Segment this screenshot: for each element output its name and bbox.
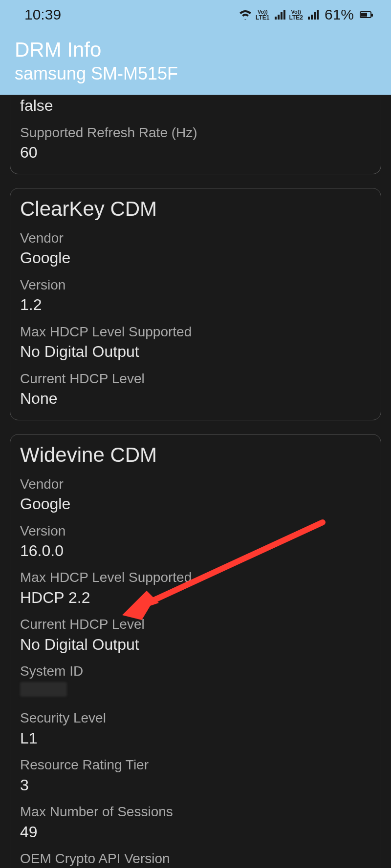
battery-icon [360,11,371,18]
label-vendor: Vendor [20,475,371,493]
list-item: Max Number of Sessions 49 [20,803,371,842]
list-item: Supported Refresh Rate (Hz) 60 [20,124,371,163]
label-max-hdcp: Max HDCP Level Supported [20,323,371,341]
value-refresh-rate: 60 [20,143,371,163]
value-security-level: L1 [20,728,371,749]
list-item: Vendor Google [20,229,371,269]
value-version: 1.2 [20,295,371,315]
volte1-icon: Vo)) LTE1 [256,9,269,21]
label-resource-rating-tier: Resource Rating Tier [20,756,371,774]
value-system-id-redacted [20,682,371,702]
list-item: Max HDCP Level Supported HDCP 2.2 [20,569,371,608]
status-indicators: Vo)) LTE1 Vo)) LTE2 61% [239,6,371,23]
scroll-content[interactable]: false Supported Refresh Rate (Hz) 60 Cle… [0,96,391,868]
list-item: OEM Crypto API Version 15 [20,850,371,868]
label-version: Version [20,522,371,540]
label-version: Version [20,276,371,294]
list-item: false [20,96,371,116]
card-display-truncated: false Supported Refresh Rate (Hz) 60 [10,96,381,174]
card-title-widevine: Widevine CDM [20,443,371,467]
list-item: Vendor Google [20,475,371,515]
label-vendor: Vendor [20,229,371,247]
value-vendor: Google [20,494,371,515]
value-previous: false [20,96,371,116]
app-subtitle: samsung SM-M515F [15,63,376,84]
list-item: Max HDCP Level Supported No Digital Outp… [20,323,371,362]
card-clearkey-cdm: ClearKey CDM Vendor Google Version 1.2 M… [10,188,381,420]
value-max-sessions: 49 [20,822,371,843]
app-title: DRM Info [15,38,376,62]
label-current-hdcp: Current HDCP Level [20,370,371,388]
card-widevine-cdm: Widevine CDM Vendor Google Version 16.0.… [10,434,381,868]
volte2-icon: Vo)) LTE2 [289,9,303,21]
value-max-hdcp: HDCP 2.2 [20,588,371,608]
status-bar: 10:39 Vo)) LTE1 Vo)) LTE2 61% [0,0,391,29]
label-current-hdcp: Current HDCP Level [20,616,371,633]
value-current-hdcp: No Digital Output [20,635,371,655]
value-resource-rating-tier: 3 [20,775,371,796]
status-time: 10:39 [24,6,61,23]
list-item: System ID [20,662,371,702]
list-item: Resource Rating Tier 3 [20,756,371,795]
label-security-level: Security Level [20,709,371,727]
label-max-sessions: Max Number of Sessions [20,803,371,821]
label-refresh-rate: Supported Refresh Rate (Hz) [20,124,371,142]
list-item: Current HDCP Level No Digital Output [20,616,371,655]
list-item: Current HDCP Level None [20,370,371,409]
signal1-icon [275,10,285,20]
signal2-icon [308,10,319,20]
value-current-hdcp: None [20,389,371,409]
list-item: Security Level L1 [20,709,371,748]
list-item: Version 16.0.0 [20,522,371,561]
app-header: DRM Info samsung SM-M515F [0,29,391,95]
value-vendor: Google [20,248,371,269]
value-version: 16.0.0 [20,541,371,561]
list-item: Version 1.2 [20,276,371,315]
label-system-id: System ID [20,662,371,680]
label-oem-crypto-api: OEM Crypto API Version [20,850,371,868]
value-max-hdcp: No Digital Output [20,342,371,362]
battery-percent: 61% [325,6,354,23]
label-max-hdcp: Max HDCP Level Supported [20,569,371,586]
card-title-clearkey: ClearKey CDM [20,197,371,221]
wifi-icon [239,10,252,20]
